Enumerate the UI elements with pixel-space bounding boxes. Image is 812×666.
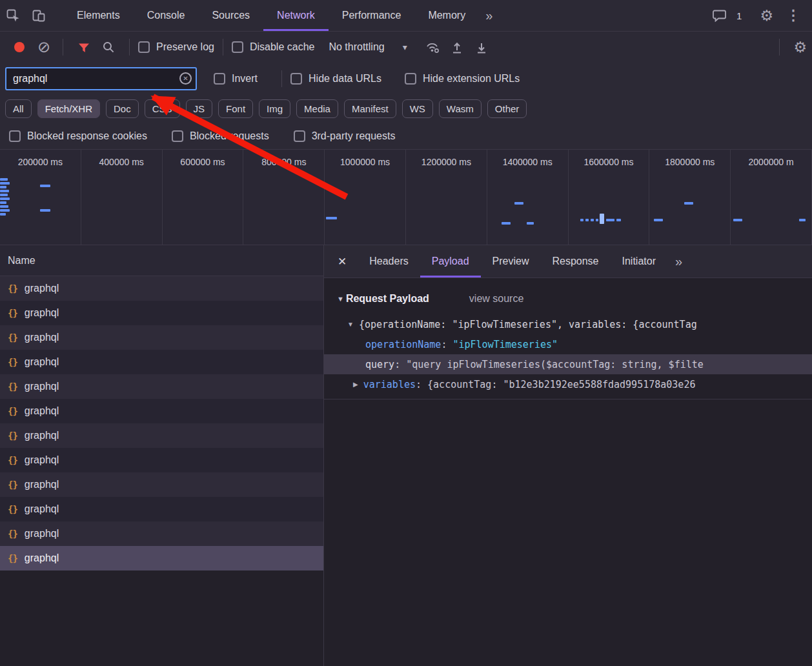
request-row[interactable]: {} graphql <box>0 374 323 399</box>
name-column-header[interactable]: Name <box>0 245 323 276</box>
payload-operation-row[interactable]: operationName: "ipFlowTimeseries" <box>324 334 812 354</box>
request-row[interactable]: {} graphql <box>0 497 323 521</box>
request-row[interactable]: {} graphql <box>0 472 323 497</box>
request-type-chip[interactable]: JS <box>186 99 213 118</box>
panel-tab[interactable]: Elements <box>63 0 134 31</box>
divider <box>281 70 282 87</box>
request-type-chip[interactable]: Other <box>487 99 527 118</box>
throttling-select[interactable]: No throttling ▾ <box>329 41 407 53</box>
request-name: graphql <box>25 430 59 441</box>
waterfall-bar <box>0 197 10 200</box>
checkbox-box <box>294 130 305 142</box>
device-toolbar-icon[interactable] <box>26 3 52 28</box>
detail-tab[interactable]: Response <box>540 245 610 278</box>
request-row[interactable]: {} graphql <box>0 399 323 423</box>
waterfall-bar <box>600 214 604 224</box>
request-type-chip[interactable]: WS <box>402 99 433 118</box>
settings-gear-icon[interactable]: ⚙ <box>755 7 778 25</box>
advanced-filter-checkbox[interactable]: Blocked requests <box>172 130 269 142</box>
close-detail-icon[interactable]: ✕ <box>324 255 358 268</box>
invert-checkbox[interactable]: Invert <box>214 73 258 85</box>
waterfall-bar <box>0 178 8 181</box>
request-type-chip[interactable]: Doc <box>106 99 139 118</box>
request-list-pane: Name {} graphql {} graphql {} <box>0 245 324 666</box>
network-overview-timeline[interactable]: 200000 ms 400000 ms 600000 ms 800000 ms … <box>0 149 812 245</box>
request-row[interactable]: {} graphql <box>0 423 323 448</box>
record-network-log-button[interactable] <box>14 42 25 52</box>
clear-network-log-icon[interactable]: ⊘ <box>37 39 50 55</box>
request-name: graphql <box>25 307 59 319</box>
export-har-icon[interactable] <box>469 35 494 59</box>
more-detail-tabs-icon[interactable]: » <box>667 254 690 269</box>
clear-filter-icon[interactable]: ✕ <box>179 72 192 85</box>
request-name: graphql <box>25 479 59 490</box>
triangle-down-icon[interactable]: ▼ <box>347 321 354 328</box>
request-row[interactable]: {} graphql <box>0 448 323 472</box>
preserve-log-checkbox[interactable]: Preserve log <box>138 41 214 53</box>
panel-tab[interactable]: Memory <box>414 0 479 31</box>
panel-tab[interactable]: Performance <box>329 0 415 31</box>
disable-cache-checkbox[interactable]: Disable cache <box>232 41 315 53</box>
hide-extension-urls-checkbox[interactable]: Hide extension URLs <box>405 73 520 85</box>
advanced-filter-checkbox[interactable]: 3rd-party requests <box>294 130 396 142</box>
payload-query-row-selected[interactable]: query: "query ipFlowTimeseries($accountT… <box>324 354 812 374</box>
console-drawer-icon[interactable] <box>707 3 733 28</box>
request-row[interactable]: {} graphql <box>0 350 323 374</box>
throttling-value: No throttling <box>329 41 384 53</box>
request-type-chip[interactable]: Media <box>296 99 338 118</box>
request-type-chip[interactable]: Img <box>259 99 290 118</box>
divider <box>223 39 223 56</box>
request-type-chip[interactable]: Font <box>218 99 253 118</box>
json-request-icon: {} <box>8 479 17 490</box>
request-type-chip[interactable]: Wasm <box>439 99 482 118</box>
network-toolbar: ⊘ Preserve log Disable cache No throttli… <box>0 32 812 63</box>
panel-tab[interactable]: Console <box>134 0 199 31</box>
network-conditions-icon[interactable] <box>420 35 445 59</box>
request-name: graphql <box>25 503 59 515</box>
request-type-chip[interactable]: Fetch/XHR <box>37 99 100 118</box>
waterfall-bar <box>733 219 742 221</box>
hide-data-urls-checkbox[interactable]: Hide data URLs <box>290 73 381 85</box>
request-row[interactable]: {} graphql <box>0 546 323 570</box>
detail-tab[interactable]: Preview <box>481 245 541 278</box>
panel-tab[interactable]: Network <box>263 0 329 31</box>
request-row[interactable]: {} graphql <box>0 301 323 325</box>
triangle-right-icon[interactable]: ▶ <box>353 381 358 388</box>
request-type-chip[interactable]: CSS <box>145 99 180 118</box>
request-detail-pane: ✕ Headers Payload Preview Response Initi… <box>324 245 812 666</box>
network-filter-input[interactable] <box>5 67 197 90</box>
detail-tab[interactable]: Initiator <box>611 245 667 278</box>
advanced-filter-label: 3rd-party requests <box>312 130 396 142</box>
payload-summary-row[interactable]: ▼ {operationName: "ipFlowTimeseries", va… <box>324 314 812 334</box>
search-icon[interactable] <box>96 35 121 59</box>
network-main-area: Name {} graphql {} graphql {} <box>0 245 812 666</box>
view-source-link[interactable]: view source <box>469 293 523 305</box>
checkbox-box <box>9 130 21 142</box>
request-type-chip[interactable]: All <box>5 99 32 118</box>
json-request-icon: {} <box>8 504 17 514</box>
import-har-icon[interactable] <box>445 35 469 59</box>
name-column-label: Name <box>8 255 36 266</box>
detail-tab[interactable]: Headers <box>358 245 420 278</box>
waterfall-bar <box>596 219 598 221</box>
waterfall-bar <box>0 205 8 208</box>
request-type-chip[interactable]: Manifest <box>344 99 396 118</box>
payload-variables-row[interactable]: ▶ variables: {accountTag: "b12e3b2192ee5… <box>324 374 812 394</box>
request-row[interactable]: {} graphql <box>0 325 323 350</box>
request-row[interactable]: {} graphql <box>0 521 323 546</box>
filter-funnel-icon[interactable] <box>72 35 96 59</box>
network-settings-gear-icon[interactable]: ⚙ <box>788 39 812 56</box>
devtools-tab-bar: Elements Console Sources Network Perform… <box>0 0 812 32</box>
more-panels-icon[interactable]: » <box>479 8 499 23</box>
collapse-triangle-icon[interactable]: ▼ <box>337 295 344 303</box>
advanced-filter-checkbox[interactable]: Blocked response cookies <box>9 130 147 142</box>
payload-summary: {operationName: "ipFlowTimeseries", vari… <box>359 319 697 330</box>
inspect-element-icon[interactable] <box>0 3 26 28</box>
panel-tabs: Elements Console Sources Network Perform… <box>63 0 479 31</box>
request-row[interactable]: {} graphql <box>0 276 323 301</box>
request-type-filters: All Fetch/XHR Doc CSS JS Font Img Media … <box>0 94 812 123</box>
kebab-menu-icon[interactable]: ⋮ <box>782 7 804 24</box>
panel-tab[interactable]: Sources <box>198 0 263 31</box>
payload-key: variables <box>363 379 416 390</box>
detail-tab[interactable]: Payload <box>420 245 481 278</box>
